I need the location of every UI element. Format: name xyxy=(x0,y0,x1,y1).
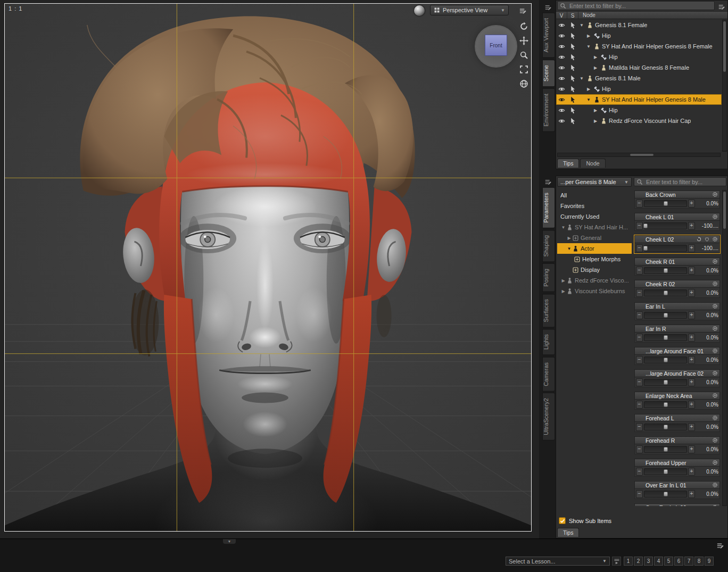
expand-arrow-icon[interactable]: ▼ xyxy=(585,97,592,102)
increment-button[interactable]: + xyxy=(688,334,695,342)
scene-node-row[interactable]: ▶ Hip xyxy=(556,105,722,115)
increment-button[interactable]: + xyxy=(688,267,695,275)
gear-icon[interactable] xyxy=(712,348,718,354)
dock-tab-scene[interactable]: Scene xyxy=(542,60,555,87)
lesson-page-button-1[interactable]: 1 xyxy=(624,557,633,566)
visibility-eye-icon[interactable] xyxy=(556,43,567,50)
orbit-icon[interactable] xyxy=(519,22,528,31)
gear-icon[interactable] xyxy=(712,393,718,399)
visibility-eye-icon[interactable] xyxy=(556,96,567,103)
3d-viewport[interactable]: 1 : 1 Perspective View ▼ Front xyxy=(4,3,532,532)
gear-icon[interactable] xyxy=(712,259,718,264)
group-row[interactable]: ▶ General xyxy=(557,233,632,243)
node-label[interactable]: Matilda Hair Genesis 8 Female xyxy=(609,64,689,71)
group-row[interactable]: ▼ SY Hat And Hair H... xyxy=(557,222,632,233)
slider-track[interactable] xyxy=(644,267,687,274)
slider-thumb[interactable] xyxy=(664,291,668,295)
decrement-button[interactable]: − xyxy=(636,244,643,252)
increment-button[interactable]: + xyxy=(688,200,695,208)
expand-arrow-icon[interactable]: ▶ xyxy=(560,278,566,283)
slider-track[interactable] xyxy=(644,357,687,363)
show-sub-items-checkbox[interactable] xyxy=(559,517,566,524)
reset-icon[interactable] xyxy=(696,236,702,242)
lesson-page-button-8[interactable]: 8 xyxy=(694,557,704,566)
tab-node[interactable]: Node xyxy=(580,159,605,168)
slider-track[interactable] xyxy=(644,491,687,498)
node-label[interactable]: SY Hat And Hair Helper Genesis 8 Female xyxy=(602,43,713,49)
selection-cursor-icon[interactable] xyxy=(567,75,578,82)
lesson-page-button-2[interactable]: 2 xyxy=(634,557,643,566)
pane-menu-icon[interactable] xyxy=(519,6,527,15)
node-label[interactable]: Hip xyxy=(609,107,618,113)
group-label[interactable]: Actor xyxy=(581,245,594,252)
dock-tab-environment[interactable]: Environment xyxy=(542,88,555,132)
pane-menu-icon[interactable] xyxy=(716,541,724,550)
dock-tab-cameras[interactable]: Cameras xyxy=(542,357,555,392)
decrement-button[interactable]: − xyxy=(636,356,643,364)
scene-node-row-selected[interactable]: ▼ SY Hat And Hair Helper Genesis 8 Male xyxy=(556,94,722,105)
slider-thumb[interactable] xyxy=(643,246,648,251)
slider-track[interactable] xyxy=(644,446,687,453)
scene-node-row[interactable]: ▼ Genesis 8.1 Female xyxy=(556,20,722,30)
scene-node-row[interactable]: ▼ SY Hat And Hair Helper Genesis 8 Femal… xyxy=(556,41,722,52)
dock-tab-ultrascenery2[interactable]: UltraScenery2 xyxy=(542,393,555,441)
expand-arrow-icon[interactable]: ▼ xyxy=(585,44,592,49)
pane-splitter-handle[interactable]: ▼ xyxy=(223,539,236,544)
dock-tab-parameters[interactable]: Parameters xyxy=(542,187,555,228)
scene-node-row[interactable]: ▶ Hip xyxy=(556,30,722,41)
lesson-page-button-3[interactable]: 3 xyxy=(644,557,653,566)
scene-node-row[interactable]: ▼ Genesis 8.1 Male xyxy=(556,73,722,84)
increment-button[interactable]: + xyxy=(688,401,695,409)
selection-cursor-icon[interactable] xyxy=(567,107,578,114)
selection-cursor-icon[interactable] xyxy=(567,86,578,93)
expand-arrow-icon[interactable]: ▶ xyxy=(592,108,599,113)
decrement-button[interactable]: − xyxy=(636,378,643,386)
slider-thumb[interactable] xyxy=(664,469,668,474)
gear-icon[interactable] xyxy=(712,326,718,331)
group-label[interactable]: Viscount Sideburns xyxy=(575,288,625,294)
slider-thumb[interactable] xyxy=(664,425,668,429)
visibility-eye-icon[interactable] xyxy=(556,107,567,114)
group-row[interactable]: All xyxy=(557,190,632,201)
lesson-page-button-4[interactable]: 4 xyxy=(654,557,663,566)
zoom-icon[interactable] xyxy=(519,51,528,60)
group-row[interactable]: Currently Used xyxy=(557,211,632,222)
node-label[interactable]: Hip xyxy=(609,54,618,60)
pane-menu-icon[interactable] xyxy=(718,2,725,11)
increment-button[interactable]: + xyxy=(688,356,695,364)
visibility-eye-icon[interactable] xyxy=(556,86,567,93)
visibility-eye-icon[interactable] xyxy=(556,75,567,82)
increment-button[interactable]: + xyxy=(688,289,695,297)
expand-arrow-icon[interactable]: ▼ xyxy=(560,225,566,230)
selection-cursor-icon[interactable] xyxy=(567,96,578,103)
node-label[interactable]: Genesis 8.1 Female xyxy=(595,22,647,28)
slider-thumb[interactable] xyxy=(664,335,668,340)
pane-dock-icon[interactable] xyxy=(544,177,552,186)
group-label[interactable]: SY Hat And Hair H... xyxy=(575,224,628,230)
scene-node-row[interactable]: ▶ Redz dForce Viscount Hair Cap xyxy=(556,115,722,126)
visibility-eye-icon[interactable] xyxy=(556,22,567,29)
slider-thumb[interactable] xyxy=(664,313,668,318)
group-label[interactable]: Redz dForce Visco... xyxy=(575,277,629,284)
group-label[interactable]: Favorites xyxy=(560,203,584,209)
slider-thumb[interactable] xyxy=(664,380,668,385)
decrement-button[interactable]: − xyxy=(636,445,643,453)
node-label[interactable]: Hip xyxy=(602,32,611,39)
scene-vertical-scrollbar[interactable] xyxy=(722,20,727,152)
decrement-button[interactable]: − xyxy=(636,200,643,208)
parameters-vertical-scrollbar[interactable] xyxy=(722,190,727,506)
slider-track[interactable] xyxy=(644,245,687,252)
slider-track[interactable] xyxy=(644,312,687,319)
heart-icon[interactable] xyxy=(704,236,710,242)
group-label[interactable]: All xyxy=(560,192,567,198)
selection-cursor-icon[interactable] xyxy=(567,64,578,71)
view-selector-dropdown[interactable]: Perspective View ▼ xyxy=(430,5,509,15)
increment-button[interactable]: + xyxy=(688,468,695,476)
expand-arrow-icon[interactable]: ▶ xyxy=(592,119,599,123)
view-cube[interactable]: Front xyxy=(476,26,516,67)
slider-thumb[interactable] xyxy=(664,358,668,362)
tab-tips[interactable]: Tips xyxy=(557,159,579,168)
group-row-selected[interactable]: ▼ Actor xyxy=(557,243,632,254)
dock-tab-lights[interactable]: Lights xyxy=(542,329,555,355)
increment-button[interactable]: + xyxy=(688,244,695,252)
